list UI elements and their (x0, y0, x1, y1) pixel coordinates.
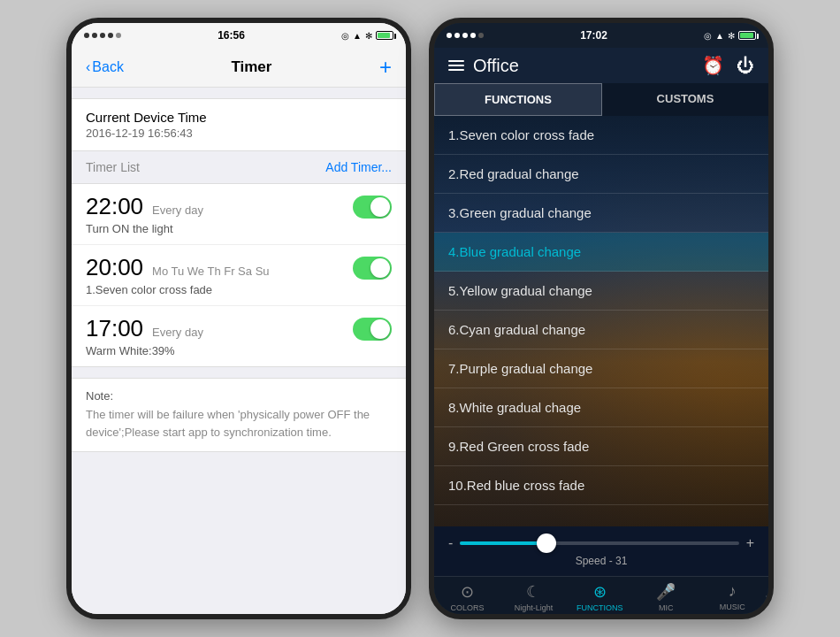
speed-minus-button[interactable]: - (448, 535, 453, 551)
timer-desc-1: 1.Seven color cross fade (86, 283, 392, 296)
speed-plus-button[interactable]: + (746, 535, 754, 551)
speed-bar-section: - + Speed - 31 (434, 526, 768, 576)
office-phone: 17:02 ◎ ▲ ✻ Office ⏰ ⏻ FUNCTIONS CUSTOMS (429, 18, 774, 619)
nav-icons-2: ⏰ ⏻ (702, 55, 754, 76)
speed-track[interactable] (460, 541, 738, 545)
mic-icon: 🎤 (656, 582, 676, 602)
function-item-2[interactable]: 2.Red gradual change (434, 155, 768, 194)
timer-row-1: 20:00 Mo Tu We Th Fr Sa Su (86, 254, 392, 281)
timer-days-2: Every day (152, 326, 203, 339)
music-icon: ♪ (729, 582, 737, 601)
device-time-value: 2016-12-19 16:56:43 (86, 127, 392, 140)
hamburger-menu[interactable] (448, 60, 464, 71)
location-icon: ◎ (341, 31, 349, 41)
note-title: Note: (86, 389, 392, 403)
toggle-knob-2 (370, 319, 390, 339)
timer-phone: 16:56 ◎ ▲ ✻ ‹ Back Timer + Current Devic… (66, 18, 411, 619)
bottom-tab-mic[interactable]: 🎤 MIC (633, 582, 699, 612)
tab-customs[interactable]: CUSTOMS (602, 83, 768, 116)
status-icons-2: ◎ ▲ ✻ (704, 31, 756, 41)
signal-dots-2 (447, 33, 484, 38)
status-time-2: 17:02 (580, 29, 607, 42)
timer-time-1: 20:00 (86, 254, 143, 281)
speed-label: Speed - 31 (448, 555, 754, 567)
timer-days-1: Mo Tu We Th Fr Sa Su (152, 265, 269, 278)
chevron-left-icon: ‹ (86, 59, 90, 75)
speed-slider-row: - + (448, 535, 754, 551)
back-label[interactable]: Back (92, 59, 124, 75)
night-light-icon: ☾ (526, 582, 540, 602)
status-time-1: 16:56 (218, 29, 245, 42)
device-time-section: Current Device Time 2016-12-19 16:56:43 (72, 98, 406, 151)
status-bar-2: 17:02 ◎ ▲ ✻ (434, 23, 768, 48)
timer-list-title: Timer List (86, 160, 140, 174)
office-title: Office (464, 56, 702, 76)
function-item-3[interactable]: 3.Green gradual change (434, 194, 768, 233)
night-light-label: Night-Light (515, 603, 554, 612)
functions-icon: ⊛ (593, 582, 607, 602)
bluetooth-icon-2: ✻ (728, 31, 735, 41)
function-item-7[interactable]: 7.Purple gradual change (434, 349, 768, 388)
timer-toggle-1[interactable] (353, 257, 392, 280)
bottom-tab-functions[interactable]: ⊛ FUNCTIONS (567, 582, 633, 612)
bottom-tab-night-light[interactable]: ☾ Night-Light (500, 582, 567, 612)
location-icon-2: ◎ (704, 31, 712, 41)
add-timer-button[interactable]: Add Timer... (325, 160, 392, 174)
timer-toggle-2[interactable] (353, 318, 392, 341)
colors-icon: ⊙ (461, 582, 474, 602)
functions-list: 1.Seven color cross fade 2.Red gradual c… (434, 116, 768, 526)
status-icons-1: ◎ ▲ ✻ (341, 31, 393, 41)
timer-time-2: 17:00 (86, 315, 143, 342)
timer-days-0: Every day (152, 203, 203, 217)
phone2-nav: Office ⏰ ⏻ (434, 48, 768, 83)
alarm-icon[interactable]: ⏰ (702, 55, 724, 76)
wifi-icon: ▲ (353, 31, 362, 41)
nav-bar-1: ‹ Back Timer + (72, 48, 406, 88)
wifi-icon-2: ▲ (715, 31, 724, 41)
music-label: MUSIC (720, 602, 745, 611)
battery-icon-1 (376, 31, 393, 40)
power-icon[interactable]: ⏻ (737, 56, 754, 76)
timer-row-2: 17:00 Every day (86, 315, 392, 342)
timer-item-1: 20:00 Mo Tu We Th Fr Sa Su 1.Seven color… (72, 245, 406, 306)
timer-row-0: 22:00 Every day (86, 193, 392, 220)
timer-time-0: 22:00 (86, 193, 143, 220)
speed-fill (460, 541, 546, 545)
functions-label: FUNCTIONS (577, 603, 623, 612)
function-item-4[interactable]: 4.Blue gradual change (434, 233, 768, 272)
more-arrow[interactable]: › (766, 582, 768, 612)
toggle-knob-0 (370, 197, 390, 217)
back-button[interactable]: ‹ Back (86, 59, 124, 75)
battery-icon-2 (738, 31, 756, 40)
tab-functions[interactable]: FUNCTIONS (434, 83, 602, 116)
function-item-5[interactable]: 5.Yellow gradual change (434, 272, 768, 311)
bottom-tabs: ⊙ COLORS ☾ Night-Light ⊛ FUNCTIONS 🎤 MIC… (434, 576, 768, 614)
timer-item-2: 17:00 Every day Warm White:39% (72, 306, 406, 366)
add-button[interactable]: + (379, 55, 392, 80)
signal-dots (84, 33, 121, 38)
timer-desc-2: Warm White:39% (86, 344, 392, 357)
timer-item-0: 22:00 Every day Turn ON the light (72, 184, 406, 245)
bottom-tab-music[interactable]: ♪ MUSIC (699, 582, 766, 612)
colors-label: COLORS (450, 603, 484, 612)
nav-title-1: Timer (231, 58, 271, 76)
timer-desc-0: Turn ON the light (86, 222, 392, 235)
function-item-9[interactable]: 9.Red Green cross fade (434, 427, 768, 466)
mic-label: MIC (659, 603, 674, 612)
phone1-body: Current Device Time 2016-12-19 16:56:43 … (72, 88, 406, 614)
bluetooth-icon: ✻ (365, 31, 372, 41)
note-section: Note: The timer will be failure when 'ph… (72, 378, 406, 452)
timer-section: 22:00 Every day Turn ON the light 20:00 … (72, 183, 406, 367)
status-bar-1: 16:56 ◎ ▲ ✻ (72, 23, 406, 48)
function-item-10[interactable]: 10.Red blue cross fade (434, 466, 768, 505)
note-text: The timer will be failure when 'physical… (86, 406, 392, 441)
function-item-8[interactable]: 8.White gradual chage (434, 388, 768, 427)
timer-list-header: Timer List Add Timer... (72, 151, 406, 183)
toggle-knob-1 (370, 258, 390, 278)
timer-toggle-0[interactable] (353, 196, 392, 219)
tab-bar: FUNCTIONS CUSTOMS (434, 83, 768, 116)
function-item-6[interactable]: 6.Cyan gradual change (434, 311, 768, 349)
speed-thumb[interactable] (537, 533, 556, 553)
function-item-1[interactable]: 1.Seven color cross fade (434, 116, 768, 155)
bottom-tab-colors[interactable]: ⊙ COLORS (434, 582, 500, 612)
